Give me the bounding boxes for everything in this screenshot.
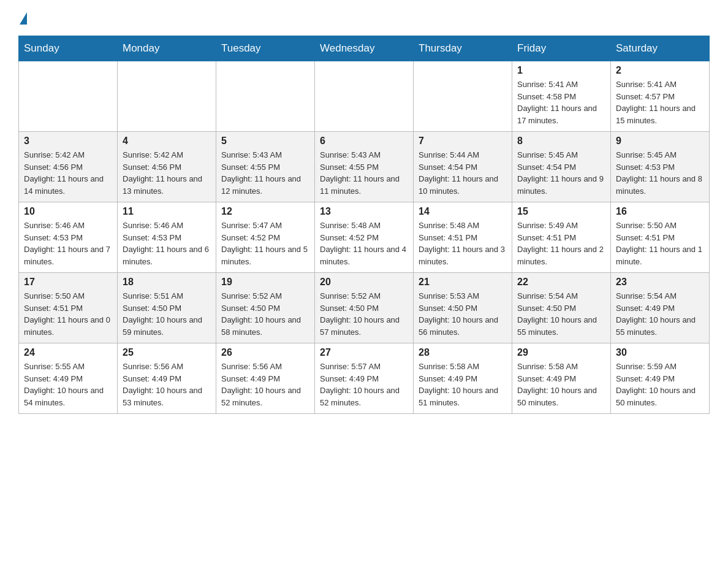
calendar-cell: 20Sunrise: 5:52 AMSunset: 4:50 PMDayligh… bbox=[315, 273, 414, 343]
logo-triangle-icon bbox=[20, 12, 27, 25]
day-number: 12 bbox=[221, 206, 309, 217]
day-number: 10 bbox=[24, 206, 112, 217]
day-number: 19 bbox=[221, 277, 309, 288]
calendar-cell: 1Sunrise: 5:41 AMSunset: 4:58 PMDaylight… bbox=[512, 61, 611, 132]
calendar-cell: 29Sunrise: 5:58 AMSunset: 4:49 PMDayligh… bbox=[512, 343, 611, 414]
day-info: Sunrise: 5:45 AMSunset: 4:53 PMDaylight:… bbox=[616, 149, 704, 197]
calendar-cell: 24Sunrise: 5:55 AMSunset: 4:49 PMDayligh… bbox=[19, 343, 118, 414]
calendar-cell: 27Sunrise: 5:57 AMSunset: 4:49 PMDayligh… bbox=[315, 343, 414, 414]
calendar-cell: 10Sunrise: 5:46 AMSunset: 4:53 PMDayligh… bbox=[19, 202, 118, 273]
calendar-cell: 26Sunrise: 5:56 AMSunset: 4:49 PMDayligh… bbox=[216, 343, 315, 414]
calendar-cell: 3Sunrise: 5:42 AMSunset: 4:56 PMDaylight… bbox=[19, 132, 118, 202]
day-info: Sunrise: 5:49 AMSunset: 4:51 PMDaylight:… bbox=[517, 220, 605, 267]
calendar-cell: 22Sunrise: 5:54 AMSunset: 4:50 PMDayligh… bbox=[512, 273, 611, 343]
day-number: 23 bbox=[616, 277, 704, 288]
calendar-cell: 9Sunrise: 5:45 AMSunset: 4:53 PMDaylight… bbox=[611, 132, 710, 202]
day-number: 29 bbox=[517, 347, 605, 358]
day-info: Sunrise: 5:51 AMSunset: 4:50 PMDaylight:… bbox=[123, 290, 211, 338]
day-info: Sunrise: 5:52 AMSunset: 4:50 PMDaylight:… bbox=[320, 290, 408, 338]
calendar-cell bbox=[118, 61, 216, 132]
day-number: 3 bbox=[24, 136, 112, 147]
day-number: 27 bbox=[320, 347, 408, 358]
day-info: Sunrise: 5:54 AMSunset: 4:50 PMDaylight:… bbox=[517, 290, 605, 338]
calendar-cell: 12Sunrise: 5:47 AMSunset: 4:52 PMDayligh… bbox=[216, 202, 315, 273]
day-info: Sunrise: 5:48 AMSunset: 4:51 PMDaylight:… bbox=[419, 220, 507, 267]
day-info: Sunrise: 5:46 AMSunset: 4:53 PMDaylight:… bbox=[123, 220, 211, 267]
calendar-cell: 4Sunrise: 5:42 AMSunset: 4:56 PMDaylight… bbox=[118, 132, 216, 202]
day-info: Sunrise: 5:53 AMSunset: 4:50 PMDaylight:… bbox=[419, 290, 507, 338]
calendar-cell: 17Sunrise: 5:50 AMSunset: 4:51 PMDayligh… bbox=[19, 273, 118, 343]
calendar-week-row: 10Sunrise: 5:46 AMSunset: 4:53 PMDayligh… bbox=[19, 202, 710, 273]
calendar-cell: 5Sunrise: 5:43 AMSunset: 4:55 PMDaylight… bbox=[216, 132, 315, 202]
calendar-cell: 18Sunrise: 5:51 AMSunset: 4:50 PMDayligh… bbox=[118, 273, 216, 343]
day-number: 14 bbox=[419, 206, 507, 217]
day-info: Sunrise: 5:57 AMSunset: 4:49 PMDaylight:… bbox=[320, 361, 408, 408]
calendar-cell bbox=[414, 61, 512, 132]
day-info: Sunrise: 5:46 AMSunset: 4:53 PMDaylight:… bbox=[24, 220, 112, 267]
calendar-cell: 19Sunrise: 5:52 AMSunset: 4:50 PMDayligh… bbox=[216, 273, 315, 343]
weekday-header-friday: Friday bbox=[512, 36, 611, 61]
weekday-header-saturday: Saturday bbox=[611, 36, 710, 61]
day-number: 24 bbox=[24, 347, 112, 358]
day-info: Sunrise: 5:42 AMSunset: 4:56 PMDaylight:… bbox=[123, 149, 211, 197]
day-info: Sunrise: 5:48 AMSunset: 4:52 PMDaylight:… bbox=[320, 220, 408, 267]
day-number: 6 bbox=[320, 136, 408, 147]
day-info: Sunrise: 5:58 AMSunset: 4:49 PMDaylight:… bbox=[419, 361, 507, 408]
day-info: Sunrise: 5:50 AMSunset: 4:51 PMDaylight:… bbox=[24, 290, 112, 338]
day-number: 4 bbox=[123, 136, 211, 147]
calendar-week-row: 1Sunrise: 5:41 AMSunset: 4:58 PMDaylight… bbox=[19, 61, 710, 132]
calendar-table: SundayMondayTuesdayWednesdayThursdayFrid… bbox=[18, 36, 710, 414]
day-number: 7 bbox=[419, 136, 507, 147]
day-number: 17 bbox=[24, 277, 112, 288]
page-header bbox=[18, 12, 710, 23]
day-info: Sunrise: 5:59 AMSunset: 4:49 PMDaylight:… bbox=[616, 361, 704, 408]
day-number: 25 bbox=[123, 347, 211, 358]
calendar-cell: 25Sunrise: 5:56 AMSunset: 4:49 PMDayligh… bbox=[118, 343, 216, 414]
day-info: Sunrise: 5:50 AMSunset: 4:51 PMDaylight:… bbox=[616, 220, 704, 267]
day-info: Sunrise: 5:42 AMSunset: 4:56 PMDaylight:… bbox=[24, 149, 112, 197]
day-number: 9 bbox=[616, 136, 704, 147]
day-info: Sunrise: 5:56 AMSunset: 4:49 PMDaylight:… bbox=[221, 361, 309, 408]
calendar-cell: 11Sunrise: 5:46 AMSunset: 4:53 PMDayligh… bbox=[118, 202, 216, 273]
day-info: Sunrise: 5:43 AMSunset: 4:55 PMDaylight:… bbox=[320, 149, 408, 197]
day-info: Sunrise: 5:43 AMSunset: 4:55 PMDaylight:… bbox=[221, 149, 309, 197]
calendar-cell: 21Sunrise: 5:53 AMSunset: 4:50 PMDayligh… bbox=[414, 273, 512, 343]
calendar-week-row: 17Sunrise: 5:50 AMSunset: 4:51 PMDayligh… bbox=[19, 273, 710, 343]
weekday-header-thursday: Thursday bbox=[414, 36, 512, 61]
calendar-cell: 30Sunrise: 5:59 AMSunset: 4:49 PMDayligh… bbox=[611, 343, 710, 414]
calendar-cell bbox=[315, 61, 414, 132]
calendar-cell: 28Sunrise: 5:58 AMSunset: 4:49 PMDayligh… bbox=[414, 343, 512, 414]
day-number: 15 bbox=[517, 206, 605, 217]
day-info: Sunrise: 5:47 AMSunset: 4:52 PMDaylight:… bbox=[221, 220, 309, 267]
calendar-cell: 16Sunrise: 5:50 AMSunset: 4:51 PMDayligh… bbox=[611, 202, 710, 273]
day-number: 20 bbox=[320, 277, 408, 288]
day-number: 26 bbox=[221, 347, 309, 358]
calendar-cell bbox=[19, 61, 118, 132]
day-number: 2 bbox=[616, 65, 704, 76]
logo bbox=[18, 12, 27, 23]
day-info: Sunrise: 5:56 AMSunset: 4:49 PMDaylight:… bbox=[123, 361, 211, 408]
calendar-cell: 7Sunrise: 5:44 AMSunset: 4:54 PMDaylight… bbox=[414, 132, 512, 202]
day-number: 21 bbox=[419, 277, 507, 288]
day-number: 1 bbox=[517, 65, 605, 76]
day-number: 13 bbox=[320, 206, 408, 217]
calendar-cell: 13Sunrise: 5:48 AMSunset: 4:52 PMDayligh… bbox=[315, 202, 414, 273]
calendar-week-row: 24Sunrise: 5:55 AMSunset: 4:49 PMDayligh… bbox=[19, 343, 710, 414]
day-number: 8 bbox=[517, 136, 605, 147]
weekday-header-wednesday: Wednesday bbox=[315, 36, 414, 61]
day-info: Sunrise: 5:55 AMSunset: 4:49 PMDaylight:… bbox=[24, 361, 112, 408]
calendar-cell: 2Sunrise: 5:41 AMSunset: 4:57 PMDaylight… bbox=[611, 61, 710, 132]
weekday-header-row: SundayMondayTuesdayWednesdayThursdayFrid… bbox=[19, 36, 710, 61]
day-info: Sunrise: 5:41 AMSunset: 4:58 PMDaylight:… bbox=[517, 79, 605, 126]
day-number: 30 bbox=[616, 347, 704, 358]
calendar-cell bbox=[216, 61, 315, 132]
day-info: Sunrise: 5:45 AMSunset: 4:54 PMDaylight:… bbox=[517, 149, 605, 197]
day-number: 16 bbox=[616, 206, 704, 217]
day-info: Sunrise: 5:58 AMSunset: 4:49 PMDaylight:… bbox=[517, 361, 605, 408]
day-info: Sunrise: 5:44 AMSunset: 4:54 PMDaylight:… bbox=[419, 149, 507, 197]
day-number: 11 bbox=[123, 206, 211, 217]
day-number: 18 bbox=[123, 277, 211, 288]
day-number: 5 bbox=[221, 136, 309, 147]
calendar-cell: 8Sunrise: 5:45 AMSunset: 4:54 PMDaylight… bbox=[512, 132, 611, 202]
day-info: Sunrise: 5:41 AMSunset: 4:57 PMDaylight:… bbox=[616, 79, 704, 126]
